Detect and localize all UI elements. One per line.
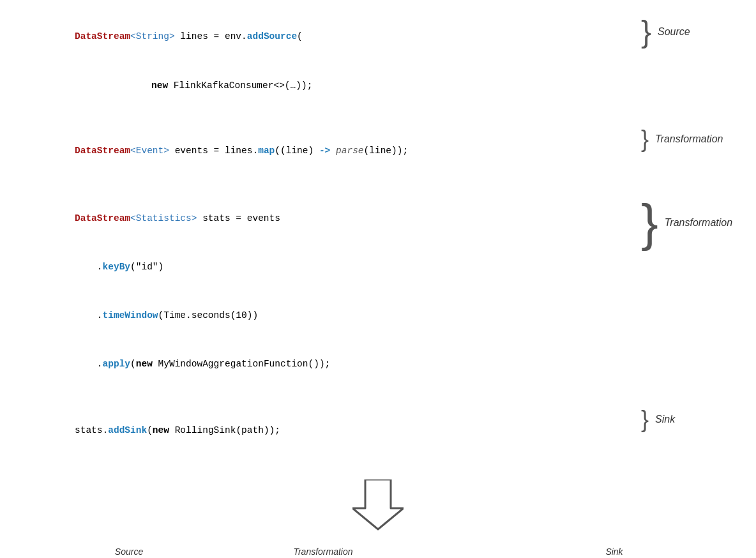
source-operator-label: Source Operator [111,547,146,558]
code-line-7: .apply(new MyWindowAggregationFunction()… [19,340,635,389]
svg-marker-0 [352,479,404,529]
diagram-labels-row: Source Operator Transformation Operators… [32,547,724,558]
transformation-operators-label-col: Transformation Operators [226,547,420,558]
code-group-transformation1: DataStream<Event> events = lines.map((li… [19,126,737,175]
main-container: DataStream<String> lines = env.addSource… [0,0,756,558]
brace-label-source: } Source [635,13,737,51]
code-line-6: .timeWindow(Time.seconds(10)) [19,292,635,340]
code-line-1: DataStream<String> lines = env.addSource… [19,13,635,61]
source-operator-label-col: Source Operator [32,547,226,558]
code-line-5: .keyBy("id") [19,243,635,292]
code-source-text: DataStream<String> lines = env.addSource… [19,13,635,110]
code-sink-text: stats.addSink(new RollingSink(path)); [19,407,635,455]
code-line-3: DataStream<Event> events = lines.map((li… [19,126,635,175]
brace-label-sink: } Sink [635,407,737,432]
sink-operator-label-col: Sink Operator [517,547,711,558]
code-group-sink: stats.addSink(new RollingSink(path)); } … [19,407,737,455]
code-transformation2-text: DataStream<Statistics> stats = events .k… [19,194,635,389]
transformation-operators-label: Transformation Operators [293,547,352,558]
brace-label-transformation1: } Transformation [635,126,737,152]
code-line-2: new FlinkKafkaConsumer<>(…)); [19,61,635,110]
brace-label-transformation2: } Transformation [635,194,737,252]
code-group-source: DataStream<String> lines = env.addSource… [19,13,737,110]
code-transformation1-text: DataStream<Event> events = lines.map((li… [19,126,635,175]
code-line-8: stats.addSink(new RollingSink(path)); [19,407,635,455]
sink-operator-label: Sink Operator [596,547,631,558]
down-arrow-section [19,479,737,531]
transformation1-label: Transformation [655,133,723,145]
code-line-4: DataStream<Statistics> stats = events [19,194,635,243]
diagram-section: Source Operator Transformation Operators… [19,540,737,558]
source-label: Source [658,26,690,38]
code-group-transformation2: DataStream<Statistics> stats = events .k… [19,194,737,389]
code-section: DataStream<String> lines = env.addSource… [19,13,737,467]
transformation2-label: Transformation [665,217,732,229]
sink-label: Sink [655,414,675,425]
down-arrow-svg [352,479,404,531]
